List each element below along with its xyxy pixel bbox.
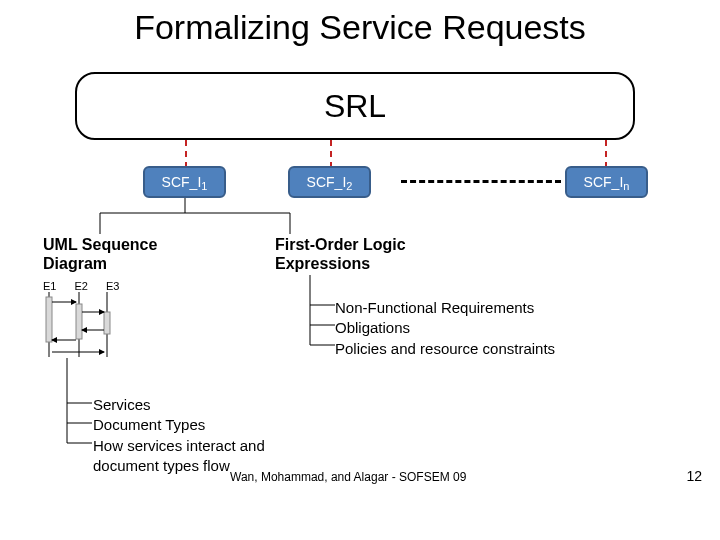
connector-dashed-2 bbox=[330, 140, 332, 168]
svg-rect-8 bbox=[76, 304, 82, 339]
fol-label-line2: Expressions bbox=[275, 254, 406, 273]
uml-label-line1: UML Sequence bbox=[43, 235, 157, 254]
connector-split bbox=[90, 198, 340, 238]
svg-rect-9 bbox=[104, 312, 110, 334]
scf-prefix: SCF_I bbox=[584, 174, 624, 190]
srl-box: SRL bbox=[75, 72, 635, 140]
seq-col-e3: E3 bbox=[106, 280, 119, 292]
seq-col-e1: E1 bbox=[43, 280, 56, 292]
fol-label-line1: First-Order Logic bbox=[275, 235, 406, 254]
uml-sequence-diagram: E1 E2 E3 bbox=[43, 280, 163, 362]
uml-label-line2: Diagram bbox=[43, 254, 157, 273]
scf-box-1: SCF_I1 bbox=[143, 166, 226, 198]
srl-label: SRL bbox=[324, 88, 386, 125]
branch-item-nfr: Non-Functional Requirements bbox=[335, 298, 555, 318]
branch-item-doctypes: Document Types bbox=[93, 415, 265, 435]
scf-box-n: SCF_In bbox=[565, 166, 648, 198]
footer-citation: Wan, Mohammad, and Alagar - SOFSEM 09 bbox=[230, 470, 466, 484]
seq-col-e2: E2 bbox=[74, 280, 87, 292]
svg-rect-7 bbox=[46, 297, 52, 342]
fol-label: First-Order Logic Expressions bbox=[275, 235, 406, 273]
scf-sub-1: 1 bbox=[201, 180, 207, 192]
branch-item-interact-l1: How services interact and bbox=[93, 436, 265, 456]
connector-dashed-1 bbox=[185, 140, 187, 168]
branch2-connector bbox=[62, 358, 97, 458]
branch-fol-items: Non-Functional Requirements Obligations … bbox=[335, 298, 555, 359]
scf-sub-2: 2 bbox=[346, 180, 352, 192]
slide-title: Formalizing Service Requests bbox=[0, 8, 720, 47]
branch-item-services: Services bbox=[93, 395, 265, 415]
seq-svg bbox=[43, 292, 143, 362]
scf-sub-n: n bbox=[623, 180, 629, 192]
ellipsis-dash bbox=[401, 180, 561, 183]
scf-prefix: SCF_I bbox=[162, 174, 202, 190]
page-number: 12 bbox=[686, 468, 702, 484]
scf-box-2: SCF_I2 bbox=[288, 166, 371, 198]
branch-uml-items: Services Document Types How services int… bbox=[93, 395, 265, 476]
uml-label: UML Sequence Diagram bbox=[43, 235, 157, 273]
scf-prefix: SCF_I bbox=[307, 174, 347, 190]
connector-dashed-3 bbox=[605, 140, 607, 168]
branch-item-policies: Policies and resource constraints bbox=[335, 339, 555, 359]
branch-item-obligations: Obligations bbox=[335, 318, 555, 338]
